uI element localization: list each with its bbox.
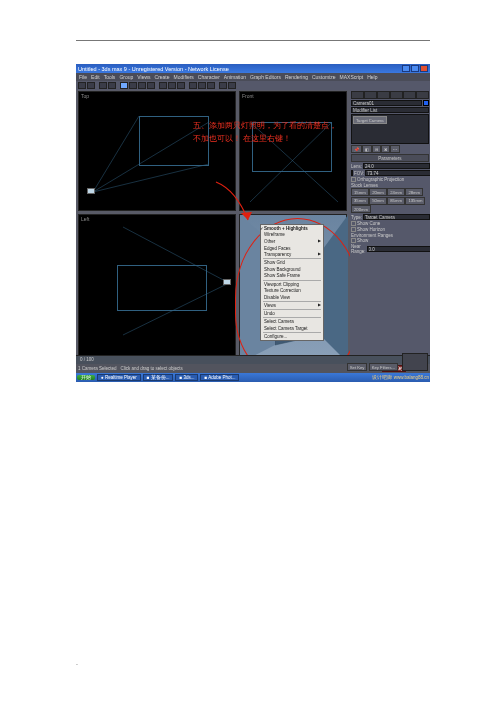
cmd-tab-create[interactable] [351, 91, 364, 99]
toolbar-undo[interactable] [78, 82, 86, 89]
menu-edit[interactable]: Edit [91, 74, 100, 80]
window-buttons [402, 65, 428, 72]
stock-50mm[interactable]: 50mm [369, 197, 387, 205]
near-range-field[interactable] [367, 246, 431, 252]
rollout-parameters[interactable]: Parameters [351, 154, 429, 162]
toolbar-select[interactable] [120, 82, 128, 89]
stock-85mm[interactable]: 85mm [387, 197, 405, 205]
show-horizon-checkbox[interactable] [351, 227, 356, 232]
stack-btn-show[interactable]: ◧ [362, 145, 372, 153]
ctx-show-grid[interactable]: Show Grid [261, 259, 323, 266]
stock-200mm[interactable]: 200mm [351, 205, 371, 213]
frame-indicator: 0 / 100 [80, 357, 94, 362]
cmd-tab-modify[interactable] [364, 91, 377, 99]
stack-btn-unique[interactable]: ⊟ [372, 145, 381, 153]
stock-20mm[interactable]: 20mm [369, 188, 387, 196]
menu-animation[interactable]: Animation [224, 74, 246, 80]
toolbar-mirror[interactable] [189, 82, 197, 89]
keyfilters-button[interactable]: Key Filters... [369, 363, 398, 371]
toolbar-redo[interactable] [87, 82, 95, 89]
stack-btn-pin[interactable]: 📌 [351, 145, 362, 153]
object-color-swatch[interactable] [423, 100, 429, 106]
menu-character[interactable]: Character [198, 74, 220, 80]
ctx-disable-view[interactable]: Disable View [261, 294, 323, 301]
ortho-label: Orthographic Projection [357, 177, 429, 182]
ctx-edged-faces[interactable]: Edged Faces [261, 245, 323, 252]
ctx-transparency[interactable]: Transparency [261, 251, 323, 258]
stock-15mm[interactable]: 15mm [351, 188, 369, 196]
menu-create[interactable]: Create [155, 74, 170, 80]
cmd-tab-display[interactable] [403, 91, 416, 99]
ctx-select-camera-target[interactable]: Select Camera Target [261, 325, 323, 332]
modifier-stack[interactable]: Target Camera [351, 114, 429, 144]
env-show-checkbox[interactable] [351, 238, 356, 243]
svg-line-0 [93, 122, 209, 192]
ctx-other[interactable]: Other [261, 238, 323, 245]
svg-marker-9 [320, 215, 348, 363]
viewport-context-menu: Smooth + Highlights Wireframe Other Edge… [260, 224, 324, 341]
menu-modifiers[interactable]: Modifiers [174, 74, 194, 80]
toolbar-render[interactable] [228, 82, 236, 89]
start-button[interactable]: 开始 [77, 375, 95, 380]
camera-type-dropdown[interactable] [363, 214, 430, 220]
ctx-texture-correction[interactable]: Texture Correction [261, 287, 323, 294]
menu-file[interactable]: File [79, 74, 87, 80]
viewport-nav-controls[interactable] [402, 353, 428, 371]
toolbar-align[interactable] [198, 82, 206, 89]
menu-grapheditors[interactable]: Graph Editors [250, 74, 281, 80]
toolbar-scale[interactable] [147, 82, 155, 89]
stock-28mm[interactable]: 28mm [405, 188, 423, 196]
cmd-tab-hierarchy[interactable] [377, 91, 390, 99]
task-3ds[interactable]: ■ 3ds... [175, 374, 198, 381]
ctx-show-safe-frame[interactable]: Show Safe Frame [261, 273, 323, 280]
fov-field[interactable] [365, 170, 430, 176]
toolbar-link[interactable] [99, 82, 107, 89]
lens-field[interactable] [363, 163, 430, 169]
cmd-tab-utilities[interactable] [416, 91, 429, 99]
ortho-checkbox[interactable] [351, 177, 356, 182]
show-cone-checkbox[interactable] [351, 221, 356, 226]
stock-24mm[interactable]: 24mm [387, 188, 405, 196]
ctx-views[interactable]: Views [261, 302, 323, 309]
menu-maxscript[interactable]: MAXScript [340, 74, 364, 80]
toolbar-layers[interactable] [207, 82, 215, 89]
cmd-tab-motion[interactable] [390, 91, 403, 99]
ctx-select-camera[interactable]: Select Camera [261, 318, 323, 325]
stack-btn-remove[interactable]: ✖ [381, 145, 390, 153]
toolbar-material[interactable] [219, 82, 227, 89]
toolbar-unlink[interactable] [108, 82, 116, 89]
menu-tools[interactable]: Tools [104, 74, 116, 80]
stack-btn-config[interactable]: ⋯ [390, 145, 400, 153]
type-label: Type: [351, 215, 362, 220]
menu-views[interactable]: Views [137, 74, 150, 80]
stack-item-target-camera[interactable]: Target Camera [353, 116, 387, 124]
menu-help[interactable]: Help [367, 74, 377, 80]
ctx-show-background[interactable]: Show Background [261, 266, 323, 273]
stock-135mm[interactable]: 135mm [405, 197, 425, 205]
stock-35mm[interactable]: 35mm [351, 197, 369, 205]
ctx-wireframe[interactable]: Wireframe [261, 232, 323, 239]
menu-rendering[interactable]: Rendering [285, 74, 308, 80]
task-realtimeplayer[interactable]: ● Realtime Player [97, 374, 141, 381]
ctx-undo[interactable]: Undo [261, 310, 323, 317]
fov-direction-button[interactable] [351, 170, 353, 176]
svg-line-1 [93, 164, 209, 192]
modifier-list-dropdown[interactable] [351, 107, 429, 113]
object-name-field[interactable] [351, 100, 422, 106]
maximize-button[interactable] [411, 65, 419, 72]
ctx-smooth-highlights[interactable]: Smooth + Highlights [261, 225, 323, 232]
toolbar-snap[interactable] [159, 82, 167, 89]
toolbar-rotate[interactable] [138, 82, 146, 89]
close-button[interactable] [420, 65, 428, 72]
task-backup[interactable]: ■ 某备份... [143, 374, 174, 381]
toolbar-move[interactable] [129, 82, 137, 89]
task-photoshop[interactable]: ■ Adobe Phot... [200, 374, 239, 381]
menu-group[interactable]: Group [119, 74, 133, 80]
minimize-button[interactable] [402, 65, 410, 72]
menu-customize[interactable]: Customize [312, 74, 336, 80]
setkey-button[interactable]: Set Key [347, 363, 368, 371]
toolbar-percent-snap[interactable] [177, 82, 185, 89]
ctx-configure[interactable]: Configure... [261, 333, 323, 340]
toolbar-angle-snap[interactable] [168, 82, 176, 89]
ctx-viewport-clipping[interactable]: Viewport Clipping [261, 281, 323, 288]
